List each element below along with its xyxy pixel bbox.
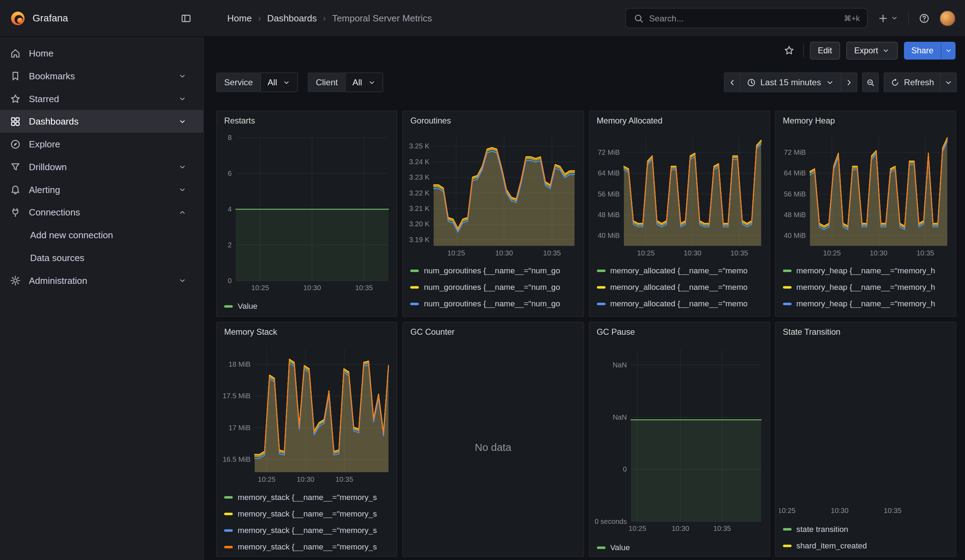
legend-item[interactable]: memory_allocated {__name__="memo [597, 296, 767, 312]
svg-text:17.5 MiB: 17.5 MiB [222, 392, 250, 400]
share-button[interactable]: Share [904, 41, 941, 59]
series-color-mark [597, 546, 605, 549]
refresh-interval-button[interactable] [940, 73, 957, 92]
sidebar-item-starred[interactable]: Starred [0, 87, 203, 110]
search-box[interactable]: ⌘+k [625, 8, 868, 28]
panel-title[interactable]: GC Pause [589, 322, 769, 339]
panel-title[interactable]: Memory Heap [775, 111, 955, 128]
avatar[interactable] [940, 10, 956, 26]
search-input[interactable] [649, 13, 839, 23]
legend-label: memory_stack {__name__="memory_s [237, 526, 377, 535]
chart-goroutines[interactable]: 3.19 K3.20 K3.21 K3.22 K3.23 K3.24 K3.25… [407, 129, 579, 260]
share-menu-button[interactable] [941, 41, 955, 59]
legend-item[interactable]: memory_heap {__name__="memory_h [783, 262, 953, 279]
legend-item[interactable]: Value [597, 539, 767, 556]
dashboard-main: Edit Export Share ServiceAllClientAll [204, 37, 965, 560]
grafana-logo-icon[interactable] [10, 10, 26, 26]
breadcrumb-item-dashboards[interactable]: Dashboards [267, 13, 317, 23]
svg-text:10:25: 10:25 [447, 249, 465, 257]
chart-area: 16.5 MiB17 MiB17.5 MiB18 MiB10:2510:3010… [217, 339, 397, 486]
svg-text:6: 6 [228, 170, 232, 177]
help-button[interactable] [916, 10, 932, 26]
panel-title[interactable]: GC Counter [403, 322, 583, 339]
legend-item[interactable]: memory_stack {__name__="memory_s [224, 489, 394, 505]
legend-item[interactable]: memory_stack {__name__="memory_s [224, 539, 394, 555]
svg-text:64 MiB: 64 MiB [783, 169, 806, 177]
svg-text:10:30: 10:30 [870, 249, 887, 257]
zoom-out-button[interactable] [862, 73, 879, 92]
legend-item[interactable]: num_goroutines {__name__="num_go [410, 262, 581, 279]
legend-label: memory_allocated {__name__="memo [610, 266, 748, 275]
filter-row: ServiceAllClientAll Last 15 minutes [204, 64, 965, 92]
time-shift-back-button[interactable] [724, 73, 741, 92]
legend-label: memory_stack {__name__="memory_s [237, 542, 377, 551]
variable-value-dropdown[interactable]: All [260, 73, 298, 92]
series-color-mark [597, 269, 605, 272]
legend-item[interactable]: memory_heap {__name__="memory_h [783, 312, 953, 316]
edit-button[interactable]: Edit [810, 41, 840, 59]
chart-gc-pause[interactable]: 0 seconds0NaNNaN10:2510:3010:35 [593, 340, 766, 537]
panel-title[interactable]: State Transition [775, 322, 955, 339]
panel-legend: Value [589, 537, 769, 557]
legend-item[interactable]: memory_allocated {__name__="memo [597, 279, 767, 296]
plug-icon [10, 207, 21, 218]
chevron-down-icon [891, 14, 899, 22]
svg-text:3.22 K: 3.22 K [409, 189, 430, 197]
chart-memory-heap[interactable]: 40 MiB48 MiB56 MiB64 MiB72 MiB10:2510:30… [779, 129, 952, 260]
legend-item[interactable]: memory_stack {__name__="memory_s [224, 522, 394, 539]
sidebar-item-label: Bookmarks [29, 70, 75, 81]
panel-title[interactable]: Goroutines [403, 111, 583, 128]
chart-memory-allocated[interactable]: 40 MiB48 MiB56 MiB64 MiB72 MiB10:2510:30… [593, 129, 766, 260]
legend-item[interactable]: shard_item_created [783, 537, 953, 553]
sidebar-toggle-button[interactable] [178, 10, 195, 26]
breadcrumb-separator: › [323, 13, 326, 23]
sidebar-item-label: Add new connection [30, 230, 113, 240]
time-shift-forward-button[interactable] [841, 73, 857, 92]
panel-title[interactable]: Memory Allocated [589, 111, 769, 128]
favorite-star-button[interactable] [781, 42, 797, 59]
panel-title[interactable]: Restarts [217, 111, 397, 128]
export-button[interactable]: Export [846, 41, 898, 59]
legend-item[interactable]: memory_allocated {__name__="memo [597, 262, 767, 279]
legend-item[interactable]: memory_allocated {__name__="memo [597, 312, 767, 316]
sidebar-item-drilldown[interactable]: Drilldown [0, 155, 203, 178]
sidebar-item-label: Data sources [30, 252, 85, 263]
legend-item[interactable]: memory_heap {__name__="memory_h [783, 296, 953, 312]
sidebar-item-dashboards[interactable]: Dashboards [0, 110, 203, 132]
sidebar-item-bookmarks[interactable]: Bookmarks [0, 65, 203, 87]
sidebar-item-alerting[interactable]: Alerting [0, 178, 203, 201]
sidebar-item-add-new-connection[interactable]: Add new connection [0, 224, 203, 247]
legend-item[interactable]: num_goroutines {__name__="num_go [410, 279, 581, 296]
sidebar-item-label: Starred [29, 93, 59, 104]
refresh-button[interactable]: Refresh [883, 73, 941, 92]
edit-button-label: Edit [818, 46, 832, 55]
panel-legend: Value [217, 296, 397, 317]
breadcrumb-item-home[interactable]: Home [227, 13, 252, 23]
sidebar-item-connections[interactable]: Connections [0, 201, 203, 224]
legend-item[interactable]: num_goroutines {__name__="num_go [410, 312, 581, 316]
sidebar-item-data-sources[interactable]: Data sources [0, 247, 203, 269]
legend-item[interactable]: num_goroutines {__name__="num_go [410, 296, 581, 312]
legend-item[interactable]: memory_stack {__name__="memory_s [224, 505, 394, 522]
sidebar-item-administration[interactable]: Administration [0, 269, 203, 292]
panel-title[interactable]: Memory Stack [217, 322, 397, 339]
svg-text:48 MiB: 48 MiB [598, 211, 620, 219]
legend-item[interactable]: state transition [783, 521, 953, 537]
variable-value-dropdown[interactable]: All [345, 73, 383, 92]
legend-item[interactable]: Value [224, 298, 394, 314]
chart-restarts[interactable]: 0246810:2510:3010:35 [220, 129, 393, 296]
refresh-icon [890, 78, 900, 87]
chart-state-transition[interactable]: 10:2510:3010:35 [779, 340, 952, 519]
header-actions: ⌘+k [625, 8, 965, 28]
add-new-button[interactable] [875, 10, 901, 26]
chart-memory-stack[interactable]: 16.5 MiB17 MiB17.5 MiB18 MiB10:2510:3010… [220, 340, 393, 487]
time-range-button[interactable]: Last 15 minutes [740, 73, 841, 92]
legend-label: memory_allocated {__name__="memo [610, 299, 748, 308]
sidebar-item-label: Alerting [29, 184, 60, 195]
chevron-down-icon [178, 162, 187, 171]
legend-item[interactable]: memory_heap {__name__="memory_h [783, 279, 953, 296]
sidebar-item-explore[interactable]: Explore [0, 132, 203, 155]
sidebar-item-home[interactable]: Home [0, 42, 203, 65]
svg-text:18 MiB: 18 MiB [229, 360, 250, 368]
grafana-app: Grafana Home›Dashboards›Temporal Server … [0, 0, 965, 560]
